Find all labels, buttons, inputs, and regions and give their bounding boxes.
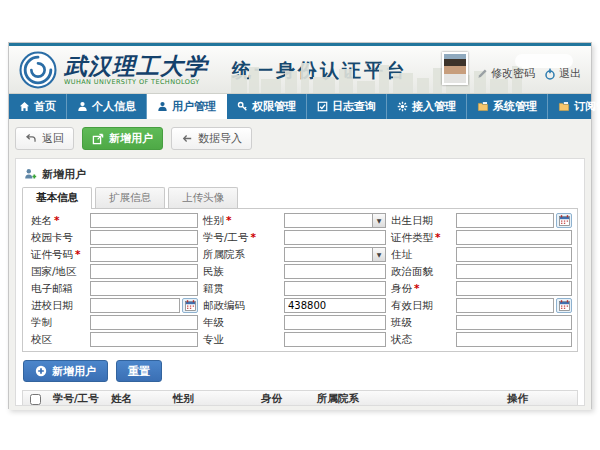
field-label: 学制 xyxy=(31,316,85,330)
gender-select[interactable] xyxy=(284,213,386,228)
required-marker: * xyxy=(75,248,81,260)
add-user-toolbar-button[interactable]: 新增用户 xyxy=(82,127,163,150)
identity-input[interactable] xyxy=(456,281,572,296)
main-navigation: 首页 个人信息 用户管理 权限管理 日志查询 接入管理 系统管理 订阅管理 xyxy=(9,94,591,119)
content-area: 返回 新增用户 数据导入 新增用户 基本信息 扩展信息 上传头像 xyxy=(9,119,591,410)
import-arrow-icon xyxy=(181,133,193,144)
field-label: 校区 xyxy=(31,333,85,347)
column-header: 性别 xyxy=(169,392,257,406)
logout-link[interactable]: 退出 xyxy=(544,66,581,85)
field-label: 专业 xyxy=(203,333,279,347)
add-person-icon xyxy=(24,168,37,180)
header-user-area: 修改密码 退出 xyxy=(442,52,581,87)
tab-upload-avatar[interactable]: 上传头像 xyxy=(168,187,238,208)
tab-extended-info[interactable]: 扩展信息 xyxy=(95,187,165,208)
home-icon xyxy=(19,101,30,112)
column-header: 操作 xyxy=(503,392,577,406)
nav-tab-label: 用户管理 xyxy=(172,99,216,114)
folder-icon xyxy=(477,101,489,112)
tab-basic-info[interactable]: 基本信息 xyxy=(22,187,92,208)
nav-tab-log-query[interactable]: 日志查询 xyxy=(307,94,387,119)
change-password-label: 修改密码 xyxy=(491,66,535,81)
education-length-input[interactable] xyxy=(90,315,198,330)
nav-tab-user-management[interactable]: 用户管理 xyxy=(147,94,227,119)
field-label: 进校日期 xyxy=(31,299,85,313)
basic-info-form: 姓名* 性别* ▼ 出生日期 校园卡号 学号/工号* 证件类型* 证件号码* xyxy=(22,208,578,352)
email-input[interactable] xyxy=(90,281,198,296)
header-banner: 武汉理工大学 WUHAN UNIVERSITY OF TECHNOLOGY 统一… xyxy=(9,46,591,94)
university-name-zh: 武汉理工大学 xyxy=(64,54,208,77)
field-label: 班级 xyxy=(391,316,451,330)
valid-date-input[interactable] xyxy=(456,298,554,313)
select-all-checkbox[interactable] xyxy=(30,394,41,405)
field-label: 学号/工号* xyxy=(203,231,279,245)
nav-tab-access-management[interactable]: 接入管理 xyxy=(387,94,467,119)
users-table-header: 学号/工号 姓名 性别 身份 所属院系 操作 xyxy=(23,391,577,406)
field-label: 出生日期 xyxy=(391,214,451,228)
nav-tab-personal-info[interactable]: 个人信息 xyxy=(67,94,147,119)
entry-date-input[interactable] xyxy=(90,298,180,313)
data-import-button[interactable]: 数据导入 xyxy=(171,127,252,150)
nav-tab-label: 日志查询 xyxy=(332,99,376,114)
tab-label: 扩展信息 xyxy=(109,191,151,205)
panel-title: 新增用户 xyxy=(42,167,86,182)
export-box-icon xyxy=(92,133,104,145)
country-region-input[interactable] xyxy=(90,264,198,279)
required-marker: * xyxy=(414,282,420,294)
user-icon xyxy=(157,101,168,112)
chevron-down-icon[interactable]: ▼ xyxy=(372,214,385,227)
folder-icon xyxy=(558,101,570,112)
chevron-down-icon[interactable]: ▼ xyxy=(372,248,385,261)
field-label: 有效日期 xyxy=(391,299,451,313)
back-button[interactable]: 返回 xyxy=(15,127,74,150)
user-avatar xyxy=(442,52,468,85)
native-place-input[interactable] xyxy=(284,281,386,296)
id-number-input[interactable] xyxy=(90,247,198,262)
campus-card-input[interactable] xyxy=(90,230,198,245)
calendar-icon[interactable] xyxy=(556,298,572,313)
field-label: 证件号码* xyxy=(31,248,85,262)
reset-button-label: 重置 xyxy=(128,364,150,379)
nav-tab-subscription-management[interactable]: 订阅管理 xyxy=(548,94,600,119)
change-password-link[interactable]: 修改密码 xyxy=(477,66,535,85)
name-input[interactable] xyxy=(90,213,198,228)
nav-tab-permission-management[interactable]: 权限管理 xyxy=(227,94,307,119)
field-label: 身份* xyxy=(391,282,451,296)
panel-header: 新增用户 xyxy=(22,165,578,183)
calendar-icon[interactable] xyxy=(556,213,572,228)
field-label: 邮政编码 xyxy=(203,299,279,313)
department-select[interactable] xyxy=(284,247,386,262)
calendar-icon[interactable] xyxy=(182,298,198,313)
field-label: 姓名* xyxy=(31,214,85,228)
id-type-input[interactable] xyxy=(456,230,572,245)
reset-button[interactable]: 重置 xyxy=(116,360,162,382)
class-input[interactable] xyxy=(456,315,572,330)
field-label: 民族 xyxy=(203,265,279,279)
plus-circle-icon xyxy=(35,365,47,377)
nav-tab-label: 个人信息 xyxy=(92,99,136,114)
grade-input[interactable] xyxy=(284,315,386,330)
status-input[interactable] xyxy=(456,332,572,347)
submit-add-user-button[interactable]: 新增用户 xyxy=(23,360,108,382)
birth-date-input[interactable] xyxy=(456,213,554,228)
field-label: 电子邮箱 xyxy=(31,282,85,296)
student-id-input[interactable] xyxy=(284,230,386,245)
field-label: 政治面貌 xyxy=(391,265,451,279)
required-marker: * xyxy=(54,214,60,226)
tab-label: 上传头像 xyxy=(182,191,224,205)
campus-input[interactable] xyxy=(90,332,198,347)
political-status-input[interactable] xyxy=(456,264,572,279)
field-label: 所属院系 xyxy=(203,248,279,262)
nav-tab-system-management[interactable]: 系统管理 xyxy=(467,94,548,119)
university-titles: 武汉理工大学 WUHAN UNIVERSITY OF TECHNOLOGY xyxy=(64,54,208,86)
address-input[interactable] xyxy=(456,247,572,262)
postal-code-input[interactable] xyxy=(284,298,386,313)
ethnicity-input[interactable] xyxy=(284,264,386,279)
field-label: 性别* xyxy=(203,214,279,228)
add-user-toolbar-label: 新增用户 xyxy=(109,131,153,146)
toolbar: 返回 新增用户 数据导入 xyxy=(15,127,585,150)
back-button-label: 返回 xyxy=(42,131,64,146)
required-marker: * xyxy=(251,231,257,243)
major-input[interactable] xyxy=(284,332,386,347)
nav-tab-home[interactable]: 首页 xyxy=(9,94,67,119)
